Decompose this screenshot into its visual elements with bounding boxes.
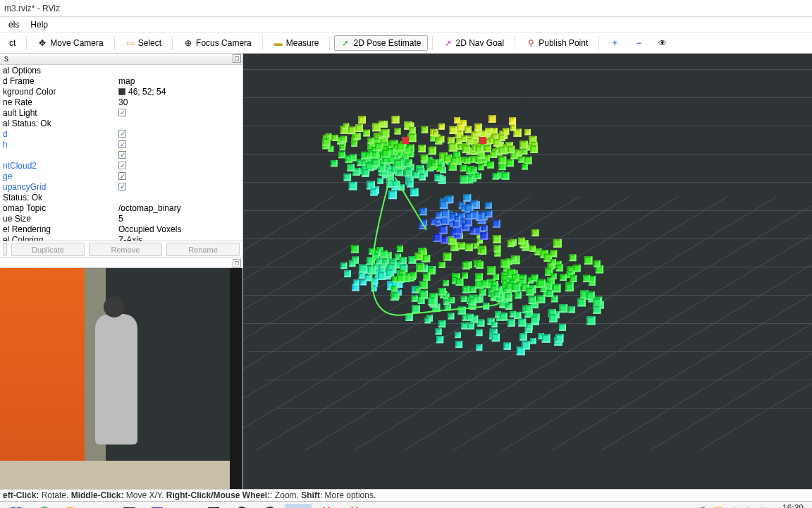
close-icon[interactable]: □ bbox=[233, 259, 241, 267]
app-icon[interactable] bbox=[172, 504, 199, 509]
remove-display-button[interactable]: Remove bbox=[89, 243, 162, 256]
add-button[interactable]: + bbox=[603, 35, 626, 51]
duplicate-button[interactable]: Duplicate bbox=[11, 243, 85, 256]
select-icon: ▭ bbox=[125, 38, 135, 48]
checkbox[interactable]: ✓ bbox=[118, 140, 126, 148]
minus-icon: − bbox=[634, 38, 644, 48]
eye-icon: 👁 bbox=[658, 38, 668, 48]
prop-label: h bbox=[3, 140, 118, 150]
taskbar: 2 >_ RViz X X ˄ 👥 ⓘ 📶 🔊 中 拼 16:39 2021/1… bbox=[0, 501, 812, 508]
menu-bar: els Help bbox=[0, 17, 812, 32]
x-icon[interactable]: X bbox=[313, 504, 340, 509]
prop-label: upancyGrid bbox=[3, 182, 118, 192]
publish-point-button[interactable]: ⚲Publish Point bbox=[519, 35, 594, 51]
prop-value[interactable]: 30 bbox=[118, 97, 242, 107]
move-icon: ✥ bbox=[37, 38, 47, 48]
chrome-icon[interactable] bbox=[31, 504, 58, 509]
prop-label: kground Color bbox=[3, 87, 118, 97]
title-bar: m3.rviz* - RViz bbox=[0, 0, 812, 17]
status-bar: eft-Click: Rotate. Middle-Click: Move X/… bbox=[0, 489, 812, 501]
prop-label: el Coloring bbox=[3, 235, 118, 242]
plus-icon: + bbox=[610, 38, 620, 48]
prop-label: ge bbox=[3, 171, 118, 181]
focus-icon: ⊕ bbox=[183, 38, 193, 48]
arrow-icon: ➚ bbox=[340, 38, 350, 48]
prop-label: al Options bbox=[3, 66, 118, 75]
x-icon[interactable]: X bbox=[341, 504, 368, 509]
system-tray[interactable]: ˄ 👥 ⓘ 📶 🔊 中 拼 16:39 2021/11 bbox=[672, 504, 809, 509]
color-swatch bbox=[118, 88, 125, 95]
pycharm-icon[interactable] bbox=[200, 504, 227, 509]
explorer-icon[interactable] bbox=[59, 504, 86, 509]
prop-label: ault Light bbox=[3, 108, 118, 118]
properties-tree[interactable]: al Options d Framemap kground Color46; 5… bbox=[0, 65, 242, 241]
terminal-icon[interactable]: >_ bbox=[116, 504, 142, 509]
prop-label: omap Topic bbox=[3, 203, 118, 213]
prop-value[interactable]: Z-Axis bbox=[118, 235, 242, 242]
checkbox[interactable]: ✓ bbox=[118, 183, 126, 190]
3d-viewport[interactable] bbox=[243, 54, 812, 489]
prop-value[interactable]: 5 bbox=[118, 214, 242, 224]
focus-camera-button[interactable]: ⊕Focus Camera bbox=[177, 35, 258, 51]
add-display-button[interactable] bbox=[3, 243, 7, 256]
prop-label: ue Size bbox=[3, 214, 118, 224]
checkbox[interactable]: ✓ bbox=[118, 109, 126, 116]
move-camera-button[interactable]: ✥Move Camera bbox=[31, 35, 109, 51]
menu-panels[interactable]: els bbox=[3, 18, 25, 31]
select-button[interactable]: ▭Select bbox=[119, 35, 168, 51]
interact-button[interactable]: ct bbox=[3, 35, 22, 51]
mail-icon[interactable]: 2 bbox=[87, 504, 114, 509]
app-icon[interactable] bbox=[144, 504, 171, 509]
rviz-icon[interactable]: RViz bbox=[285, 504, 312, 509]
checkbox[interactable]: ✓ bbox=[118, 172, 126, 180]
pin-icon: ⚲ bbox=[526, 38, 536, 48]
prop-label: d Frame bbox=[3, 76, 118, 86]
clock[interactable]: 16:39 2021/11 bbox=[773, 504, 804, 509]
prop-label: ne Rate bbox=[3, 97, 118, 107]
panel-buttons: Duplicate Remove Rename bbox=[0, 241, 242, 258]
prop-value[interactable]: map bbox=[118, 76, 242, 86]
start-button[interactable] bbox=[3, 504, 30, 509]
prop-value[interactable]: Occupied Voxels bbox=[118, 224, 242, 234]
main-area: s □ al Options d Framemap kground Color4… bbox=[0, 54, 812, 489]
camera-image-panel[interactable] bbox=[0, 268, 242, 489]
menu-help[interactable]: Help bbox=[25, 18, 54, 31]
prop-label: d bbox=[3, 129, 118, 139]
prop-value[interactable]: /octomap_binary bbox=[118, 203, 242, 213]
measure-button[interactable]: ▬Measure bbox=[267, 35, 326, 51]
checkbox[interactable]: ✓ bbox=[118, 151, 126, 159]
rename-button[interactable]: Rename bbox=[166, 243, 240, 256]
image-panel-header: □ bbox=[0, 258, 242, 268]
arrow-icon: ➚ bbox=[443, 38, 453, 48]
close-icon[interactable]: □ bbox=[233, 54, 241, 63]
ruler-icon: ▬ bbox=[273, 38, 283, 48]
panel-header: s □ bbox=[0, 54, 242, 65]
checkbox[interactable]: ✓ bbox=[118, 162, 126, 169]
pose-estimate-button[interactable]: ➚2D Pose Estimate bbox=[334, 35, 427, 51]
pointcloud-render bbox=[243, 54, 812, 489]
prop-label: ntCloud2 bbox=[3, 161, 118, 171]
linux-icon[interactable] bbox=[228, 504, 255, 509]
prop-label: el Rendering bbox=[3, 224, 118, 234]
obs-icon[interactable] bbox=[257, 504, 283, 509]
nav-goal-button[interactable]: ➚2D Nav Goal bbox=[437, 35, 511, 51]
remove-button[interactable]: − bbox=[627, 35, 650, 51]
prop-value[interactable]: 46; 52; 54 bbox=[118, 87, 242, 97]
displays-panel: s □ al Options d Framemap kground Color4… bbox=[0, 54, 243, 489]
window-title: m3.rviz* - RViz bbox=[4, 4, 60, 13]
prop-label: Status: Ok bbox=[3, 193, 118, 202]
eye-button[interactable]: 👁 bbox=[651, 35, 674, 51]
prop-label: al Status: Ok bbox=[3, 119, 118, 128]
toolbar: ct ✥Move Camera ▭Select ⊕Focus Camera ▬M… bbox=[0, 32, 812, 54]
checkbox[interactable]: ✓ bbox=[118, 130, 126, 138]
